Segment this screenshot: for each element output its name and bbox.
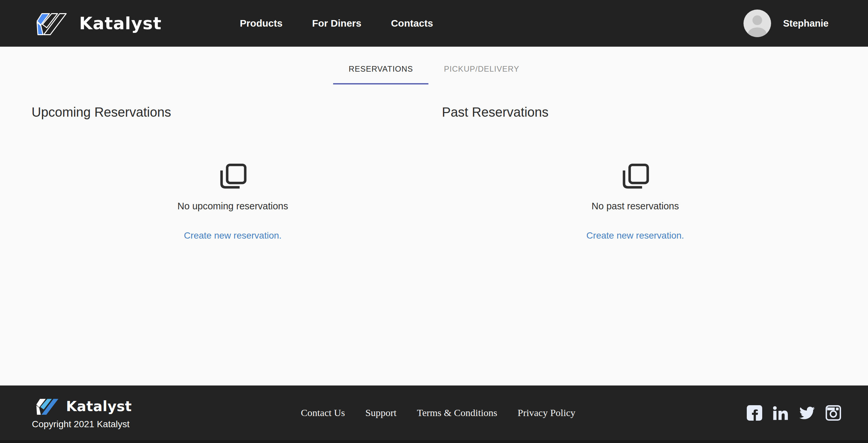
stacked-pages-icon [620,163,650,193]
facebook-icon[interactable] [747,405,762,421]
tab-reservations-label: RESERVATIONS [348,64,413,73]
linkedin-icon[interactable] [773,405,788,421]
tab-bar: RESERVATIONS PICKUP/DELIVERY [0,47,868,85]
footer-brand-link[interactable]: Katalyst [32,396,132,416]
reservations-content: Upcoming Reservations No upcoming reserv… [0,85,868,385]
katalyst-logo-icon [32,10,69,37]
top-navbar: Katalyst Products For Diners Contacts St… [0,0,868,47]
past-empty-message: No past reservations [592,201,679,212]
tab-reservations[interactable]: RESERVATIONS [333,47,428,85]
avatar [743,9,771,37]
nav-links: Products For Diners Contacts [240,18,433,29]
katalyst-logo-icon [32,396,61,416]
footer-link-support[interactable]: Support [365,407,397,418]
tab-pickup-delivery[interactable]: PICKUP/DELIVERY [428,47,534,85]
tab-pickup-delivery-label: PICKUP/DELIVERY [444,64,519,73]
upcoming-reservations-title: Upcoming Reservations [32,105,434,120]
social-links [747,405,841,421]
brand-name: Katalyst [79,13,162,33]
instagram-icon[interactable] [826,405,841,421]
footer: Katalyst Copyright 2021 Katalyst Contact… [0,385,868,440]
upcoming-reservations-section: Upcoming Reservations No upcoming reserv… [32,85,434,385]
user-menu[interactable]: Stephanie [743,9,829,37]
user-name: Stephanie [783,18,829,29]
nav-link-for-diners[interactable]: For Diners [312,18,362,29]
nav-link-contacts[interactable]: Contacts [391,18,433,29]
create-reservation-link-upcoming[interactable]: Create new reservation. [184,230,282,241]
footer-brand-name: Katalyst [66,398,132,414]
past-reservations-title: Past Reservations [434,105,836,120]
footer-brand-block: Katalyst Copyright 2021 Katalyst [32,396,132,430]
upcoming-empty-state: No upcoming reservations Create new rese… [32,163,434,241]
bottom-strip [0,440,868,443]
brand-home-link[interactable]: Katalyst [32,10,162,37]
footer-link-terms[interactable]: Terms & Conditions [417,407,497,418]
footer-link-privacy[interactable]: Privacy Policy [518,407,576,418]
create-reservation-link-past[interactable]: Create new reservation. [586,230,684,241]
footer-link-contact-us[interactable]: Contact Us [301,407,345,418]
copyright-text: Copyright 2021 Katalyst [32,419,132,430]
twitter-icon[interactable] [799,405,815,421]
nav-link-products[interactable]: Products [240,18,283,29]
past-empty-state: No past reservations Create new reservat… [434,163,836,241]
upcoming-empty-message: No upcoming reservations [178,201,288,212]
past-reservations-section: Past Reservations No past reservations C… [434,85,836,385]
footer-links: Contact Us Support Terms & Conditions Pr… [301,407,576,418]
active-tab-indicator [333,83,428,85]
stacked-pages-icon [218,163,248,193]
